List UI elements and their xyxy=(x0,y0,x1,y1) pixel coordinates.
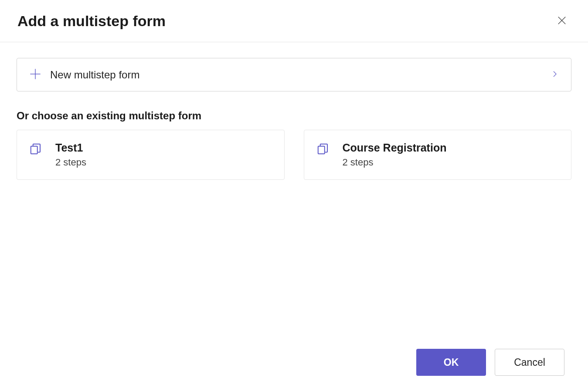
form-card-text: Course Registration 2 steps xyxy=(343,142,447,168)
multistep-form-icon xyxy=(29,142,42,157)
existing-form-section-label: Or choose an existing multistep form xyxy=(17,110,571,122)
form-card-subtitle: 2 steps xyxy=(55,157,86,168)
form-card-test1[interactable]: Test1 2 steps xyxy=(17,130,285,180)
existing-forms-grid: Test1 2 steps Course Registration 2 step… xyxy=(17,130,571,180)
dialog-footer: OK Cancel xyxy=(416,349,564,376)
ok-button[interactable]: OK xyxy=(416,349,486,376)
new-form-label: New multistep form xyxy=(50,69,139,81)
svg-rect-5 xyxy=(318,146,324,154)
form-card-subtitle: 2 steps xyxy=(343,157,447,168)
multistep-form-icon xyxy=(316,142,330,157)
new-multistep-form-button[interactable]: New multistep form xyxy=(17,58,571,91)
dialog-title: Add a multistep form xyxy=(17,13,166,30)
cancel-button[interactable]: Cancel xyxy=(495,349,564,376)
chevron-right-icon xyxy=(551,70,559,79)
close-button[interactable] xyxy=(553,12,571,30)
form-card-course-registration[interactable]: Course Registration 2 steps xyxy=(304,130,572,180)
svg-rect-4 xyxy=(31,146,37,154)
form-card-title: Course Registration xyxy=(343,142,447,154)
close-icon xyxy=(557,16,567,27)
plus-icon xyxy=(29,68,41,81)
dialog-header: Add a multistep form xyxy=(0,0,588,42)
new-form-left: New multistep form xyxy=(29,68,139,81)
form-card-text: Test1 2 steps xyxy=(55,142,86,168)
dialog-body: New multistep form Or choose an existing… xyxy=(0,42,588,180)
form-card-title: Test1 xyxy=(55,142,86,154)
